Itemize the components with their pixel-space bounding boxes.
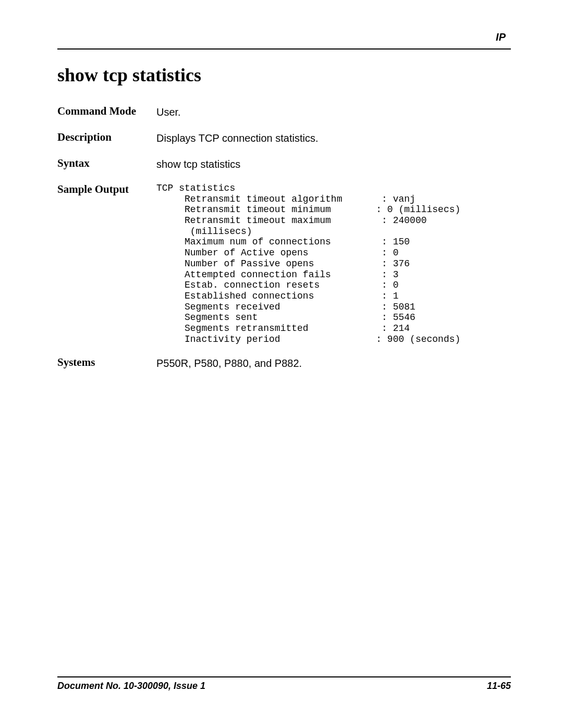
footer-document-number: Document No. 10-300090, Issue 1: [57, 681, 205, 692]
value-syntax: show tcp statistics: [156, 157, 511, 171]
page-footer: Document No. 10-300090, Issue 1 11-65: [57, 676, 511, 692]
footer-rule: [57, 676, 511, 677]
row-description: Description Displays TCP connection stat…: [57, 131, 511, 145]
label-description: Description: [57, 131, 156, 144]
row-command-mode: Command Mode User.: [57, 105, 511, 119]
value-systems: P550R, P580, P880, and P882.: [156, 356, 511, 371]
footer-page-number: 11-65: [487, 681, 511, 692]
label-syntax: Syntax: [57, 157, 156, 170]
header-rule: [57, 48, 511, 50]
label-command-mode: Command Mode: [57, 105, 156, 118]
value-sample-output: TCP statistics Retransmit timeout algori…: [156, 183, 511, 344]
header-section-label: IP: [57, 31, 511, 43]
row-sample-output: Sample Output TCP statistics Retransmit …: [57, 183, 511, 344]
row-syntax: Syntax show tcp statistics: [57, 157, 511, 171]
label-systems: Systems: [57, 356, 156, 369]
label-sample-output: Sample Output: [57, 183, 156, 196]
row-systems: Systems P550R, P580, P880, and P882.: [57, 356, 511, 371]
value-description: Displays TCP connection statistics.: [156, 131, 511, 145]
page-title: show tcp statistics: [57, 64, 511, 86]
value-command-mode: User.: [156, 105, 511, 119]
